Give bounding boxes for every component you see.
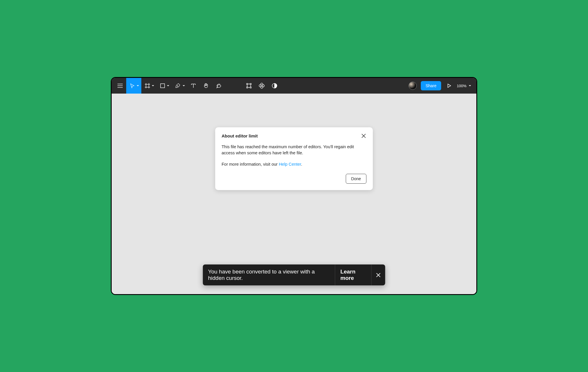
menu-icon	[117, 84, 123, 88]
viewer-toast: You have been converted to a viewer with…	[203, 264, 385, 285]
editor-limit-modal: About editor limit This file has reached…	[215, 127, 373, 190]
close-icon	[361, 134, 366, 138]
pen-tool-button[interactable]	[172, 78, 187, 94]
bounding-box-tool-button[interactable]	[243, 78, 255, 94]
chevron-down-icon	[152, 85, 154, 86]
svg-rect-14	[247, 83, 248, 85]
frame-tool-button[interactable]	[141, 78, 156, 94]
svg-rect-18	[261, 83, 263, 85]
comment-tool-button[interactable]	[212, 78, 225, 94]
present-button[interactable]	[443, 78, 455, 94]
shape-tool-button[interactable]	[156, 78, 172, 94]
text-icon	[191, 83, 196, 88]
cursor-icon	[130, 83, 135, 88]
chevron-down-icon	[183, 85, 185, 86]
modal-body: This file has reached the maximum number…	[222, 144, 366, 167]
chevron-down-icon	[137, 85, 139, 86]
bounding-box-icon	[246, 83, 252, 89]
toast-message: You have been converted to a viewer with…	[203, 264, 335, 285]
hand-tool-button[interactable]	[199, 78, 212, 94]
svg-rect-21	[262, 85, 265, 87]
mask-tool-button[interactable]	[268, 78, 281, 94]
chevron-down-icon	[167, 85, 169, 86]
toolbar: Share 100%	[112, 78, 476, 94]
main-menu-button[interactable]	[114, 78, 126, 94]
svg-rect-15	[250, 83, 251, 85]
close-icon	[376, 273, 380, 277]
half-circle-icon	[272, 83, 277, 89]
zoom-value: 100%	[457, 84, 466, 88]
share-button[interactable]: Share	[421, 81, 441, 90]
user-avatar[interactable]	[409, 82, 417, 90]
canvas-area[interactable]: About editor limit This file has reached…	[112, 94, 476, 294]
move-tool-button[interactable]	[126, 78, 141, 94]
modal-body-text-1: This file has reached the maximum number…	[222, 144, 366, 156]
modal-title: About editor limit	[222, 133, 258, 138]
svg-rect-16	[247, 87, 248, 88]
svg-rect-17	[250, 87, 251, 88]
zoom-control[interactable]: 100%	[455, 84, 474, 88]
play-icon	[447, 83, 452, 88]
chevron-down-icon	[469, 85, 471, 86]
components-tool-button[interactable]	[255, 78, 268, 94]
modal-body-text-2: For more information, visit our Help Cen…	[222, 161, 366, 167]
help-center-link[interactable]: Help Center	[279, 162, 301, 167]
square-icon	[160, 83, 165, 88]
pen-icon	[175, 83, 181, 89]
toast-learn-more-button[interactable]: Learn more	[335, 264, 371, 285]
svg-rect-7	[161, 84, 165, 88]
comment-icon	[216, 83, 222, 89]
frame-icon	[145, 83, 150, 88]
diamond-grid-icon	[259, 83, 265, 89]
done-button[interactable]: Done	[346, 174, 366, 184]
svg-rect-20	[259, 85, 261, 87]
text-tool-button[interactable]	[187, 78, 199, 94]
svg-point-8	[177, 86, 178, 87]
modal-close-button[interactable]	[361, 133, 366, 139]
hand-icon	[203, 83, 209, 89]
toast-close-button[interactable]	[371, 264, 385, 285]
svg-rect-19	[261, 86, 263, 89]
app-window: Share 100% About editor limit Thi	[111, 77, 477, 295]
